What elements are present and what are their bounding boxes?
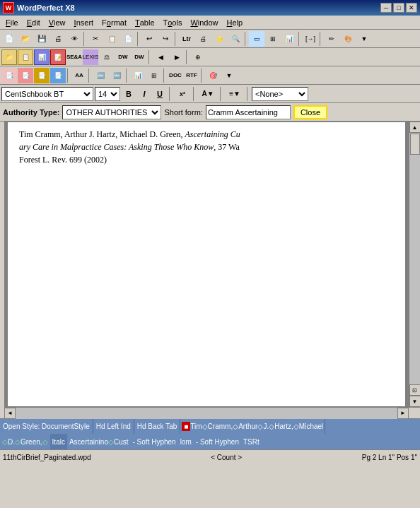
t3-btn3[interactable]: 📑 — [34, 68, 49, 83]
menu-bar: File Edit View Insert Format Table Tools… — [0, 16, 420, 30]
bracket-btn[interactable]: [→] — [303, 31, 318, 47]
t2-btn8[interactable]: DW — [115, 49, 131, 65]
status2-tsrt: TSRt — [241, 434, 262, 449]
t2-btn3[interactable]: 📊 — [34, 49, 49, 65]
table-btn[interactable]: ⊞ — [265, 31, 281, 47]
title-bar: W WordPerfect X8 ─ □ ✕ — [0, 0, 420, 16]
sep2 — [137, 32, 140, 46]
t2-btn1[interactable]: 📁 — [1, 49, 17, 65]
redo-btn[interactable]: ↪ — [158, 31, 173, 47]
menu-edit[interactable]: Edit — [23, 16, 45, 29]
menu-view[interactable]: View — [45, 16, 70, 29]
diamond-icon-4: ◇ — [108, 438, 114, 446]
scroll-left-button[interactable]: ◄ — [4, 408, 16, 419]
t2-btn4[interactable]: 📝 — [50, 49, 66, 65]
status2-item1: ◇D.◇Green,◇ — [0, 434, 50, 449]
draw-btn[interactable]: ▭ — [249, 31, 264, 47]
bold-button[interactable]: B — [122, 87, 136, 101]
t3-btn2[interactable]: 📑 — [18, 68, 33, 83]
restore-button[interactable]: □ — [393, 3, 404, 13]
doc-line-3: Forest L. Rev. 699 (2002) — [19, 153, 394, 166]
toolbar-1: 📄 📂 💾 🖨 👁 ✂ 📋 📄 ↩ ↪ Ltr 🖨 ⭐ 🔍 ▭ ⊞ 📊 [→] … — [0, 30, 420, 48]
close-button[interactable]: Close — [293, 105, 327, 119]
scroll-down-button[interactable]: ▼ — [409, 396, 421, 407]
pen-btn[interactable]: ✏ — [324, 31, 339, 47]
status2-softhyphen2: - Soft Hyphen — [194, 434, 241, 449]
t3-btn10[interactable]: DOC — [168, 68, 183, 83]
style-select[interactable]: <None> — [252, 87, 308, 101]
print2-btn[interactable]: 🖨 — [195, 31, 211, 47]
t3-expand[interactable]: ▼ — [221, 68, 237, 83]
sep-fmt3 — [220, 87, 223, 101]
t2-btn6[interactable]: LEXIS — [83, 49, 98, 65]
expand-btn[interactable]: ▼ — [356, 31, 372, 47]
align-button[interactable]: ≡▼ — [225, 87, 245, 101]
superscript-button[interactable]: x² — [174, 87, 191, 101]
short-form-label: Short form: — [164, 108, 202, 117]
scroll-right-button[interactable]: ► — [397, 408, 409, 419]
diamond-icon-2: ◇ — [15, 438, 21, 446]
menu-file[interactable]: File — [1, 16, 23, 29]
font-size-select[interactable]: 14 — [95, 87, 120, 101]
t3-btn4[interactable]: 📑 — [50, 68, 66, 83]
print-btn[interactable]: 🖨 — [50, 31, 66, 47]
toolbar-2: 📁 📋 📊 📝 SE&A LEXIS ⚖ DW DW ◀ ▶ ⊕ — [0, 48, 420, 66]
star-btn[interactable]: ⭐ — [211, 31, 227, 47]
t3-btn12[interactable]: 🎯 — [205, 68, 221, 83]
diamond-icon-1: ◇ — [2, 438, 8, 446]
t2-btn10[interactable]: ◀ — [153, 49, 168, 65]
highlight-button[interactable]: A▼ — [198, 87, 218, 101]
t3-btn1[interactable]: 📑 — [1, 68, 17, 83]
color-btn[interactable]: 🎨 — [340, 31, 356, 47]
sep8 — [186, 50, 189, 64]
authority-type-label: Authority Type: — [3, 108, 59, 117]
copy-btn[interactable]: 📋 — [104, 31, 119, 47]
sep10 — [88, 69, 91, 83]
minimize-button[interactable]: ─ — [380, 3, 392, 13]
t3-btn8[interactable]: 📊 — [130, 68, 146, 83]
preview-btn[interactable]: 👁 — [66, 31, 82, 47]
close-window-button[interactable]: ✕ — [406, 3, 417, 13]
sep-fmt4 — [247, 87, 250, 101]
scroll-track[interactable] — [409, 133, 421, 384]
t2-btn11[interactable]: ▶ — [169, 49, 185, 65]
menu-window[interactable]: Window — [186, 16, 222, 29]
horizontal-scrollbar[interactable]: ◄ ► — [4, 407, 420, 418]
undo-btn[interactable]: ↩ — [141, 31, 157, 47]
t3-btn9[interactable]: ⊞ — [146, 68, 162, 83]
t3-btn6[interactable]: 🔤 — [93, 68, 108, 83]
t3-btn5[interactable]: AA — [71, 68, 87, 83]
scroll-thumb[interactable] — [410, 134, 420, 155]
font-name-select[interactable]: CentSchbook BT — [1, 87, 93, 101]
paste-btn[interactable]: 📄 — [120, 31, 136, 47]
underline-button[interactable]: U — [153, 87, 167, 101]
zoom-btn[interactable]: 🔍 — [228, 31, 243, 47]
save-btn[interactable]: 💾 — [34, 31, 49, 47]
t2-btn9[interactable]: DW — [132, 49, 147, 65]
menu-help[interactable]: Help — [223, 16, 247, 29]
open-btn[interactable]: 📂 — [18, 31, 33, 47]
menu-format[interactable]: Format — [98, 16, 131, 29]
t3-btn11[interactable]: RTF — [184, 68, 199, 83]
authority-type-select[interactable]: OTHER AUTHORITIES — [62, 105, 161, 119]
bottom-bar: 11thCirBrief_Paginated.wpd < Count > Pg … — [0, 449, 420, 465]
t2-btn5[interactable]: SE&A — [66, 49, 82, 65]
italic-button[interactable]: I — [137, 87, 151, 101]
vertical-scrollbar[interactable]: ▲ ⊡ ▼ — [409, 122, 420, 407]
scroll-up-button[interactable]: ▲ — [409, 122, 421, 133]
new-btn[interactable]: 📄 — [1, 31, 17, 47]
expand-down-btn[interactable]: ⊡ — [409, 384, 421, 396]
cut-btn[interactable]: ✂ — [88, 31, 103, 47]
hscroll-track[interactable] — [16, 408, 397, 419]
t2-btn12[interactable]: ⊕ — [190, 49, 206, 65]
short-form-input[interactable] — [206, 105, 291, 119]
t3-btn7[interactable]: 🔤 — [109, 68, 124, 83]
document-area[interactable]: Tim Cramm, Arthur J. Hartz, Michael D. G… — [7, 122, 406, 407]
menu-insert[interactable]: Insert — [70, 16, 98, 29]
menu-tools[interactable]: Tools — [159, 16, 187, 29]
ltr-btn[interactable]: Ltr — [179, 31, 194, 47]
t2-btn7[interactable]: ⚖ — [99, 49, 115, 65]
t2-btn2[interactable]: 📋 — [18, 49, 33, 65]
chart-btn[interactable]: 📊 — [281, 31, 297, 47]
menu-table[interactable]: Table — [131, 16, 159, 29]
